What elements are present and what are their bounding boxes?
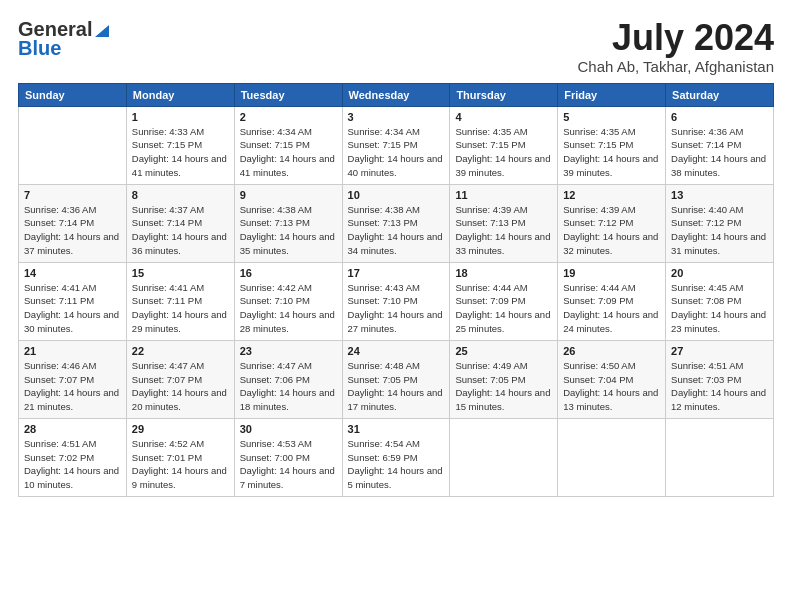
daylight: Daylight: 14 hours and 13 minutes. (563, 387, 658, 412)
sunset: Sunset: 7:15 PM (132, 139, 202, 150)
calendar-row-0: 1 Sunrise: 4:33 AM Sunset: 7:15 PM Dayli… (19, 106, 774, 184)
day-number: 15 (132, 267, 229, 279)
sunrise: Sunrise: 4:47 AM (132, 360, 204, 371)
calendar-cell-3-1: 22 Sunrise: 4:47 AM Sunset: 7:07 PM Dayl… (126, 340, 234, 418)
sunset: Sunset: 7:08 PM (671, 295, 741, 306)
sunset: Sunset: 7:12 PM (563, 217, 633, 228)
day-info: Sunrise: 4:36 AM Sunset: 7:14 PM Dayligh… (24, 203, 121, 258)
day-number: 13 (671, 189, 768, 201)
day-info: Sunrise: 4:36 AM Sunset: 7:14 PM Dayligh… (671, 125, 768, 180)
sunrise: Sunrise: 4:41 AM (24, 282, 96, 293)
page: General Blue July 2024 Chah Ab, Takhar, … (0, 0, 792, 612)
day-info: Sunrise: 4:43 AM Sunset: 7:10 PM Dayligh… (348, 281, 445, 336)
calendar-row-1: 7 Sunrise: 4:36 AM Sunset: 7:14 PM Dayli… (19, 184, 774, 262)
day-number: 14 (24, 267, 121, 279)
calendar-cell-4-4 (450, 418, 558, 496)
header-wednesday: Wednesday (342, 83, 450, 106)
day-number: 22 (132, 345, 229, 357)
calendar-cell-0-3: 3 Sunrise: 4:34 AM Sunset: 7:15 PM Dayli… (342, 106, 450, 184)
calendar-cell-4-1: 29 Sunrise: 4:52 AM Sunset: 7:01 PM Dayl… (126, 418, 234, 496)
sunset: Sunset: 7:07 PM (132, 374, 202, 385)
day-info: Sunrise: 4:41 AM Sunset: 7:11 PM Dayligh… (24, 281, 121, 336)
day-number: 3 (348, 111, 445, 123)
daylight: Daylight: 14 hours and 40 minutes. (348, 153, 443, 178)
sunset: Sunset: 7:11 PM (132, 295, 202, 306)
day-info: Sunrise: 4:50 AM Sunset: 7:04 PM Dayligh… (563, 359, 660, 414)
day-info: Sunrise: 4:51 AM Sunset: 7:02 PM Dayligh… (24, 437, 121, 492)
sunset: Sunset: 6:59 PM (348, 452, 418, 463)
day-number: 30 (240, 423, 337, 435)
day-number: 11 (455, 189, 552, 201)
logo-triangle-icon (93, 21, 111, 39)
sunrise: Sunrise: 4:48 AM (348, 360, 420, 371)
daylight: Daylight: 14 hours and 34 minutes. (348, 231, 443, 256)
sunrise: Sunrise: 4:51 AM (24, 438, 96, 449)
sunrise: Sunrise: 4:45 AM (671, 282, 743, 293)
sunset: Sunset: 7:11 PM (24, 295, 94, 306)
calendar-table: Sunday Monday Tuesday Wednesday Thursday… (18, 83, 774, 497)
day-info: Sunrise: 4:48 AM Sunset: 7:05 PM Dayligh… (348, 359, 445, 414)
calendar-cell-3-5: 26 Sunrise: 4:50 AM Sunset: 7:04 PM Dayl… (558, 340, 666, 418)
day-info: Sunrise: 4:44 AM Sunset: 7:09 PM Dayligh… (455, 281, 552, 336)
day-number: 12 (563, 189, 660, 201)
logo: General Blue (18, 18, 112, 60)
calendar-cell-1-3: 10 Sunrise: 4:38 AM Sunset: 7:13 PM Dayl… (342, 184, 450, 262)
day-info: Sunrise: 4:47 AM Sunset: 7:07 PM Dayligh… (132, 359, 229, 414)
calendar-row-4: 28 Sunrise: 4:51 AM Sunset: 7:02 PM Dayl… (19, 418, 774, 496)
calendar-cell-3-4: 25 Sunrise: 4:49 AM Sunset: 7:05 PM Dayl… (450, 340, 558, 418)
calendar-cell-4-6 (666, 418, 774, 496)
calendar-cell-0-2: 2 Sunrise: 4:34 AM Sunset: 7:15 PM Dayli… (234, 106, 342, 184)
day-number: 23 (240, 345, 337, 357)
sunset: Sunset: 7:04 PM (563, 374, 633, 385)
sunrise: Sunrise: 4:47 AM (240, 360, 312, 371)
sunset: Sunset: 7:13 PM (348, 217, 418, 228)
day-info: Sunrise: 4:38 AM Sunset: 7:13 PM Dayligh… (240, 203, 337, 258)
day-number: 29 (132, 423, 229, 435)
sunset: Sunset: 7:13 PM (455, 217, 525, 228)
day-number: 25 (455, 345, 552, 357)
header: General Blue July 2024 Chah Ab, Takhar, … (18, 18, 774, 75)
svg-marker-0 (95, 25, 109, 37)
header-saturday: Saturday (666, 83, 774, 106)
calendar-header-row: Sunday Monday Tuesday Wednesday Thursday… (19, 83, 774, 106)
day-number: 9 (240, 189, 337, 201)
day-number: 18 (455, 267, 552, 279)
day-info: Sunrise: 4:51 AM Sunset: 7:03 PM Dayligh… (671, 359, 768, 414)
calendar-cell-2-2: 16 Sunrise: 4:42 AM Sunset: 7:10 PM Dayl… (234, 262, 342, 340)
calendar-cell-0-1: 1 Sunrise: 4:33 AM Sunset: 7:15 PM Dayli… (126, 106, 234, 184)
daylight: Daylight: 14 hours and 7 minutes. (240, 465, 335, 490)
daylight: Daylight: 14 hours and 23 minutes. (671, 309, 766, 334)
daylight: Daylight: 14 hours and 41 minutes. (240, 153, 335, 178)
daylight: Daylight: 14 hours and 31 minutes. (671, 231, 766, 256)
calendar-cell-1-1: 8 Sunrise: 4:37 AM Sunset: 7:14 PM Dayli… (126, 184, 234, 262)
sunrise: Sunrise: 4:44 AM (455, 282, 527, 293)
day-number: 31 (348, 423, 445, 435)
day-number: 21 (24, 345, 121, 357)
main-title: July 2024 (577, 18, 774, 58)
sunset: Sunset: 7:14 PM (671, 139, 741, 150)
daylight: Daylight: 14 hours and 24 minutes. (563, 309, 658, 334)
day-number: 1 (132, 111, 229, 123)
sunset: Sunset: 7:02 PM (24, 452, 94, 463)
day-number: 10 (348, 189, 445, 201)
sunset: Sunset: 7:15 PM (240, 139, 310, 150)
calendar-cell-2-3: 17 Sunrise: 4:43 AM Sunset: 7:10 PM Dayl… (342, 262, 450, 340)
sunset: Sunset: 7:05 PM (348, 374, 418, 385)
sunset: Sunset: 7:13 PM (240, 217, 310, 228)
daylight: Daylight: 14 hours and 41 minutes. (132, 153, 227, 178)
day-info: Sunrise: 4:38 AM Sunset: 7:13 PM Dayligh… (348, 203, 445, 258)
calendar-cell-2-1: 15 Sunrise: 4:41 AM Sunset: 7:11 PM Dayl… (126, 262, 234, 340)
daylight: Daylight: 14 hours and 33 minutes. (455, 231, 550, 256)
sunrise: Sunrise: 4:46 AM (24, 360, 96, 371)
day-info: Sunrise: 4:42 AM Sunset: 7:10 PM Dayligh… (240, 281, 337, 336)
calendar-cell-1-0: 7 Sunrise: 4:36 AM Sunset: 7:14 PM Dayli… (19, 184, 127, 262)
daylight: Daylight: 14 hours and 20 minutes. (132, 387, 227, 412)
header-sunday: Sunday (19, 83, 127, 106)
daylight: Daylight: 14 hours and 5 minutes. (348, 465, 443, 490)
daylight: Daylight: 14 hours and 39 minutes. (455, 153, 550, 178)
day-info: Sunrise: 4:49 AM Sunset: 7:05 PM Dayligh… (455, 359, 552, 414)
sunset: Sunset: 7:15 PM (348, 139, 418, 150)
sunrise: Sunrise: 4:43 AM (348, 282, 420, 293)
sunrise: Sunrise: 4:53 AM (240, 438, 312, 449)
sunrise: Sunrise: 4:36 AM (671, 126, 743, 137)
